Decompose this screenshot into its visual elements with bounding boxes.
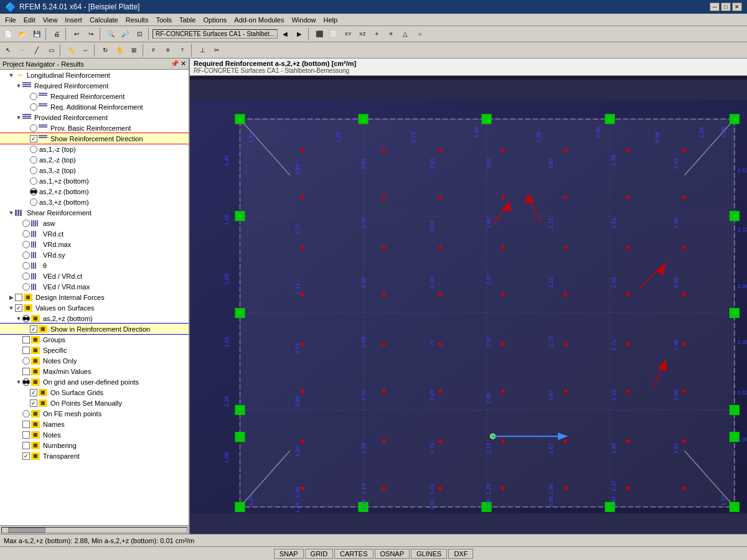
tree-item-longitudinal[interactable]: ▼ ▪▪ Longitudinal Reinforcement (0, 70, 189, 80)
measure-button[interactable]: 📏 (64, 44, 78, 57)
back-button[interactable]: B (161, 44, 175, 57)
line-button[interactable]: ╱ (30, 44, 44, 57)
print-button[interactable]: 🖨 (50, 27, 63, 41)
specific-checkbox[interactable] (22, 347, 30, 354)
zoom-window-button[interactable]: ⊞ (127, 44, 141, 57)
menu-tools[interactable]: Tools (152, 15, 176, 25)
zoom-in-button[interactable]: 🔍 (104, 27, 118, 41)
req-reinf-radio[interactable] (30, 93, 37, 100)
on-grid-radio[interactable] (22, 378, 30, 386)
nav-pin-button[interactable]: 📌 (171, 60, 179, 68)
tree-item-values-surfaces[interactable]: ▼ ▦ Values on Surfaces (0, 302, 189, 313)
prev-button[interactable]: ◀ (278, 27, 292, 41)
as1-top-radio[interactable] (30, 146, 37, 153)
as3-bot-radio[interactable] (30, 198, 37, 206)
tree-item-prov-basic[interactable]: Prov. Basic Reinforcement (0, 123, 189, 133)
values-surfaces-checkbox[interactable] (15, 304, 22, 312)
tree-item-provided-group[interactable]: ▼ Provided Reinforcement (0, 112, 189, 123)
transparent-checkbox[interactable] (22, 452, 30, 460)
prov-basic-radio[interactable] (30, 124, 37, 132)
show-in-reinf-dir-checkbox[interactable] (30, 325, 37, 333)
tree-item-asw[interactable]: asw (0, 218, 189, 228)
nav-scrollbar[interactable] (0, 525, 189, 534)
top-button[interactable]: T (176, 44, 189, 57)
save-button[interactable]: 💾 (30, 27, 44, 41)
viewport-canvas[interactable]: 1.81 1.28 0.73 1.44 1.28 2.00 0.58 1.28 … (190, 80, 747, 534)
names-checkbox[interactable] (22, 421, 30, 428)
scroll-thumb[interactable] (8, 528, 45, 533)
section-button[interactable]: ⊥ (195, 44, 209, 57)
groups-checkbox[interactable] (22, 336, 30, 343)
tree-item-vrd-max[interactable]: VRd.max (0, 239, 189, 250)
dxf-tab[interactable]: DXF (448, 549, 473, 559)
btn4[interactable]: × (384, 27, 398, 41)
numbering-checkbox[interactable] (22, 442, 30, 449)
cartes-tab[interactable]: CARTES (334, 549, 373, 559)
vrd-sy-radio[interactable] (22, 251, 30, 259)
menu-edit[interactable]: Edit (20, 15, 39, 25)
tree-item-req-reinf[interactable]: Required Reinforcement (0, 91, 189, 101)
btn5[interactable]: △ (398, 27, 412, 41)
undo-button[interactable]: ↩ (70, 27, 83, 41)
scroll-track[interactable] (1, 527, 187, 533)
tree-item-vrd-sy[interactable]: VRd.sy (0, 250, 189, 260)
as2-top-radio[interactable] (30, 156, 37, 164)
tree-item-names[interactable]: ▦ Names (0, 419, 189, 429)
osnap-tab[interactable]: OSNAP (375, 549, 410, 559)
btn3[interactable]: + (370, 27, 383, 41)
zoom-all-button[interactable]: ⊡ (133, 27, 146, 41)
minimize-button[interactable]: ─ (710, 2, 720, 11)
ved-vrd-ct-radio[interactable] (22, 273, 30, 280)
open-button[interactable]: 📂 (16, 27, 29, 41)
btn6[interactable]: ○ (413, 27, 426, 41)
select-button[interactable]: ↖ (1, 44, 15, 57)
btn1[interactable]: XY (341, 27, 355, 41)
snap-tab[interactable]: SNAP (274, 549, 304, 559)
tree-item-on-points-set[interactable]: ▦ On Points Set Manually (0, 398, 189, 408)
show-reinf-dir-checkbox[interactable] (30, 135, 37, 142)
design-forces-checkbox[interactable] (15, 294, 22, 301)
on-fe-mesh-radio[interactable] (22, 410, 30, 418)
tree-item-design-forces[interactable]: ▶ ▦ Design Internal Forces (0, 292, 189, 302)
vrd-ct-radio[interactable] (22, 230, 30, 238)
node-button[interactable]: · (16, 44, 29, 57)
tree-item-show-in-reinf-dir[interactable]: ▦ Show in Reinforcement Direction (0, 324, 189, 334)
ved-vrd-max-radio[interactable] (22, 283, 30, 291)
tree-item-show-reinf-dir[interactable]: Show Reinforcement Direction (0, 133, 189, 144)
on-surface-grids-checkbox[interactable] (30, 389, 37, 396)
tree-item-maxmin[interactable]: ▦ Max/min Values (0, 366, 189, 376)
zoom-out-button[interactable]: 🔎 (118, 27, 132, 41)
menu-view[interactable]: View (39, 15, 62, 25)
dim-button[interactable]: ↔ (78, 44, 92, 57)
new-button[interactable]: 📄 (1, 27, 15, 41)
tree-item-vrd-ct[interactable]: VRd.ct (0, 228, 189, 239)
menu-options[interactable]: Options (199, 15, 230, 25)
tree-item-on-fe-mesh[interactable]: ▦ On FE mesh points (0, 408, 189, 419)
front-button[interactable]: F (147, 44, 161, 57)
as1-bot-radio[interactable] (30, 177, 37, 185)
tree-item-as2-bot-val[interactable]: ▼ ▦ as,2,+z (bottom) (0, 313, 189, 324)
rotate-button[interactable]: ↻ (98, 44, 112, 57)
menu-help[interactable]: Help (320, 15, 342, 25)
wire-button[interactable]: ⬜ (327, 27, 341, 41)
asw-radio[interactable] (22, 220, 30, 227)
as3-top-radio[interactable] (30, 167, 37, 174)
module-selector[interactable]: RF-CONCRETE Surfaces CA1 - Stahlbet... (153, 29, 278, 39)
tree-item-specific[interactable]: ▦ Specific (0, 345, 189, 355)
menu-file[interactable]: File (1, 15, 20, 25)
tree-item-ved-vrd-ct[interactable]: VEd / VRd.ct (0, 271, 189, 281)
theta-radio[interactable] (22, 262, 30, 269)
tree-item-as2-top[interactable]: as,2,-z (top) (0, 154, 189, 165)
menu-calculate[interactable]: Calculate (86, 15, 122, 25)
vrd-max-radio[interactable] (22, 241, 30, 248)
tree-item-as1-bot[interactable]: as,1,+z (bottom) (0, 175, 189, 186)
grid-tab[interactable]: GRID (305, 549, 334, 559)
redo-button[interactable]: ↪ (84, 27, 98, 41)
tree-item-shear[interactable]: ▼ Shear Reinforcement (0, 207, 189, 218)
glines-tab[interactable]: GLINES (411, 549, 447, 559)
tree-item-required-group[interactable]: ▼ Required Reinforcement (0, 80, 189, 91)
pan-button[interactable]: ✋ (113, 44, 126, 57)
btn2[interactable]: XZ (355, 27, 369, 41)
tree-item-on-surface-grids[interactable]: ▦ On Surface Grids (0, 387, 189, 398)
render-button[interactable]: ⬛ (312, 27, 326, 41)
